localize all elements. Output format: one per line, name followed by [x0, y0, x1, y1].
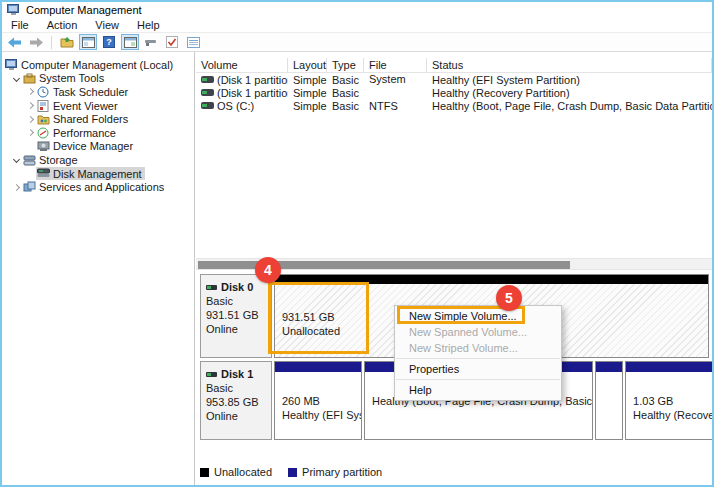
chevron-right-icon[interactable]: [10, 185, 22, 190]
menu-item-new-striped-volume: New Striped Volume...: [395, 340, 561, 356]
legend-unallocated: Unallocated: [200, 466, 272, 478]
tree-item-performance[interactable]: Performance: [2, 126, 194, 140]
volume-icon: [201, 102, 214, 109]
menu-action[interactable]: Action: [38, 19, 87, 31]
menu-item-properties[interactable]: Properties: [395, 361, 561, 377]
volume-list-header: Volume Layout Type File System Status: [196, 57, 712, 73]
console-tree-icon[interactable]: [79, 34, 97, 50]
unallocated-swatch: [200, 468, 209, 477]
action-pane-icon[interactable]: [121, 34, 139, 50]
column-layout[interactable]: Layout: [288, 58, 327, 72]
disk-management-icon: [37, 168, 50, 180]
menu-separator: [396, 358, 560, 359]
disk1-partition-recovery[interactable]: 1.03 GB Healthy (Recovery Pa: [625, 361, 714, 440]
column-file-system[interactable]: File System: [364, 58, 427, 72]
storage-icon: [23, 154, 36, 166]
computer-management-window: Computer Management File Action View Hel…: [0, 0, 714, 487]
disk1-partition-small[interactable]: [595, 361, 623, 440]
task-scheduler-icon: [37, 86, 50, 98]
svg-text:?: ?: [106, 37, 112, 47]
window-title: Computer Management: [26, 4, 142, 16]
disk1-partition-efi[interactable]: 260 MB Healthy (EFI Sys: [274, 361, 362, 440]
tree-item-services-and-applications[interactable]: Services and Applications: [2, 180, 194, 194]
tree-item-event-viewer[interactable]: Event Viewer: [2, 99, 194, 113]
volume-row[interactable]: OS (C:) Simple Basic NTFS Healthy (Boot,…: [196, 99, 712, 112]
computer-icon: [5, 59, 18, 71]
legend-primary-partition: Primary partition: [288, 466, 382, 478]
primary-partition-swatch: [288, 468, 297, 477]
volume-row[interactable]: (Disk 1 partition 1) Simple Basic Health…: [196, 73, 712, 86]
legend: Unallocated Primary partition: [200, 466, 382, 478]
tree-item-device-manager[interactable]: Device Manager: [2, 140, 194, 154]
column-volume[interactable]: Volume: [196, 58, 288, 72]
device-manager-icon: [37, 140, 50, 152]
volume-icon: [201, 76, 214, 83]
disk1-label[interactable]: Disk 1 Basic 953.85 GB Online: [200, 361, 272, 440]
tree-item-disk-management[interactable]: Disk Management: [2, 167, 194, 181]
menu-file[interactable]: File: [2, 19, 38, 31]
column-status[interactable]: Status: [427, 58, 712, 72]
volume-icon: [201, 89, 214, 96]
details-icon[interactable]: [184, 34, 202, 50]
primary-partition-bar: [626, 362, 714, 372]
menu-help[interactable]: Help: [128, 19, 169, 31]
tool-icon[interactable]: [142, 34, 160, 50]
toolbar: ?: [2, 33, 712, 52]
column-type[interactable]: Type: [327, 58, 364, 72]
primary-partition-bar: [596, 362, 622, 372]
highlight-box-unallocated: [268, 282, 369, 354]
performance-icon: [37, 127, 50, 139]
volume-row[interactable]: (Disk 1 partition 4) Simple Basic Health…: [196, 86, 712, 99]
tree-item-system-tools[interactable]: System Tools: [2, 72, 194, 86]
event-viewer-icon: [37, 100, 50, 112]
computer-management-app-icon: [7, 4, 20, 16]
disk-icon: [206, 372, 217, 377]
chevron-right-icon[interactable]: [24, 103, 36, 108]
menu-view[interactable]: View: [86, 19, 128, 31]
tree-item-shared-folders[interactable]: Shared Folders: [2, 112, 194, 126]
menu-separator: [396, 379, 560, 380]
title-bar: Computer Management: [2, 2, 712, 18]
menu-item-new-spanned-volume: New Spanned Volume...: [395, 324, 561, 340]
check-icon[interactable]: [163, 34, 181, 50]
console-tree: Computer Management (Local) System Tools…: [2, 52, 195, 485]
step-badge-4: 4: [255, 257, 281, 283]
chevron-down-icon[interactable]: [10, 157, 22, 162]
menu-item-help[interactable]: Help: [395, 382, 561, 398]
chevron-right-icon[interactable]: [24, 117, 36, 122]
primary-partition-bar: [275, 362, 361, 372]
chevron-right-icon[interactable]: [24, 89, 36, 94]
volume-list: Volume Layout Type File System Status (D…: [196, 52, 712, 258]
forward-icon[interactable]: [27, 34, 45, 50]
services-icon: [23, 181, 36, 193]
chevron-down-icon[interactable]: [10, 76, 22, 81]
folder-icon[interactable]: [58, 34, 76, 50]
shared-folders-icon: [37, 113, 50, 125]
system-tools-icon: [23, 72, 36, 84]
tree-item-task-scheduler[interactable]: Task Scheduler: [2, 85, 194, 99]
tree-item-computer-management[interactable]: Computer Management (Local): [2, 58, 194, 72]
menu-bar: File Action View Help: [2, 18, 712, 33]
back-icon[interactable]: [6, 34, 24, 50]
toolbar-separator: [51, 36, 52, 49]
scrollbar-thumb[interactable]: [198, 261, 570, 269]
help-icon[interactable]: ?: [100, 34, 118, 50]
tree-item-storage[interactable]: Storage: [2, 153, 194, 167]
chevron-right-icon[interactable]: [24, 130, 36, 135]
disk0-label[interactable]: Disk 0 Basic 931.51 GB Online: [200, 274, 272, 358]
step-badge-5: 5: [496, 285, 522, 311]
disk-icon: [206, 285, 217, 290]
